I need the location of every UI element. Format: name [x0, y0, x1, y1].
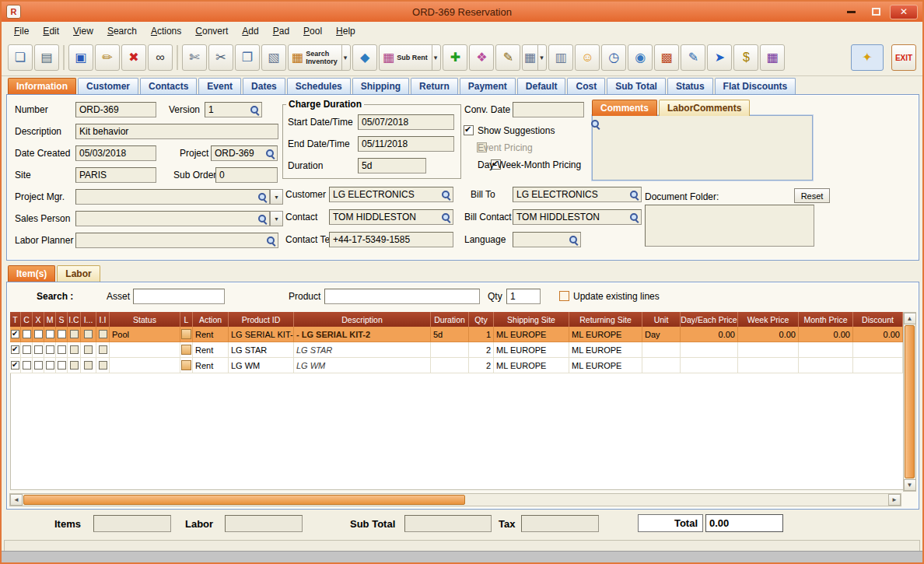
- wand-button[interactable]: ✦: [851, 44, 884, 71]
- show-suggestions-checkbox[interactable]: [464, 125, 474, 135]
- tab-comments[interactable]: Comments: [592, 100, 657, 116]
- version-field[interactable]: 1: [205, 102, 262, 117]
- report-button[interactable]: ▥: [548, 44, 573, 71]
- menu-item-pool[interactable]: Pool: [297, 24, 328, 38]
- column-header-unit[interactable]: Unit: [642, 312, 681, 327]
- paste-button[interactable]: ▧: [261, 44, 286, 71]
- smiley-button[interactable]: ☺: [575, 44, 600, 71]
- disc-button[interactable]: ◉: [628, 44, 653, 71]
- tab-customer[interactable]: Customer: [78, 78, 138, 94]
- menu-item-edit[interactable]: Edit: [37, 24, 65, 38]
- contact-tel-field[interactable]: +44-17-5349-1585: [329, 232, 453, 247]
- find-button[interactable]: ∞: [148, 44, 173, 71]
- sub-orders-field[interactable]: 0: [215, 167, 278, 183]
- blocks-button[interactable]: ▦: [760, 44, 785, 71]
- menu-item-help[interactable]: Help: [330, 24, 362, 38]
- tab-status[interactable]: Status: [667, 78, 713, 94]
- tab-schedules[interactable]: Schedules: [287, 78, 351, 94]
- chevron-down-icon[interactable]: ▾: [432, 45, 439, 70]
- update-existing-lines-checkbox[interactable]: [559, 291, 569, 301]
- sales-person-dropdown[interactable]: ▼: [270, 211, 283, 226]
- tab-laborcomments[interactable]: LaborComments: [659, 100, 750, 116]
- flag-checkbox[interactable]: [58, 330, 66, 338]
- reset-button[interactable]: Reset: [794, 188, 830, 203]
- column-header-ic[interactable]: I.C: [68, 312, 81, 327]
- flag-checkbox[interactable]: [34, 330, 43, 338]
- qty-input[interactable]: 1: [506, 289, 541, 304]
- bill-contact-field[interactable]: TOM HIDDLESTON: [513, 209, 642, 225]
- column-header-x[interactable]: X: [33, 312, 44, 327]
- sales-person-lookup-icon[interactable]: [257, 214, 268, 224]
- language-field[interactable]: [513, 232, 581, 247]
- delete-button[interactable]: ✖: [121, 44, 146, 71]
- flag-checkbox[interactable]: [46, 345, 54, 354]
- duration-field[interactable]: 5d: [358, 158, 426, 173]
- search-inventory-button[interactable]: ▦Search Inventory▾: [288, 44, 351, 71]
- horizontal-scroll-thumb[interactable]: [23, 495, 465, 505]
- project-mgr-dropdown[interactable]: ▼: [270, 189, 283, 205]
- tab-flat-discounts[interactable]: Flat Discounts: [715, 78, 796, 94]
- contact-lookup-icon[interactable]: [441, 212, 451, 222]
- column-header-discount[interactable]: Discount: [853, 312, 903, 327]
- menu-item-file[interactable]: File: [8, 24, 35, 38]
- project-mgr-lookup-icon[interactable]: [257, 192, 268, 202]
- tab-default[interactable]: Default: [517, 78, 566, 94]
- line-detail-button[interactable]: [181, 329, 191, 339]
- labor-planner-field[interactable]: [75, 233, 278, 248]
- sales-person-field[interactable]: [75, 211, 270, 226]
- edit-button[interactable]: ✏: [95, 44, 120, 71]
- flag-checkbox[interactable]: [84, 345, 93, 354]
- calendar-button[interactable]: ▦▾: [522, 44, 547, 71]
- end-date-field[interactable]: 05/11/2018: [358, 136, 454, 152]
- maximize-button[interactable]: [865, 5, 887, 19]
- description-field[interactable]: Kit behavior: [75, 124, 278, 139]
- flag-checkbox[interactable]: [58, 361, 66, 370]
- menu-item-actions[interactable]: Actions: [145, 24, 187, 38]
- table-row[interactable]: RentLG STARLG STAR2ML EUROPEML EUROPE: [10, 342, 904, 358]
- table-row[interactable]: PoolRentLG SERIAL KIT-2- LG SERIAL KIT-2…: [10, 327, 904, 342]
- scroll-up-button[interactable]: ▲: [904, 313, 916, 324]
- tab-item-s[interactable]: Item(s): [8, 265, 55, 282]
- customer-field[interactable]: LG ELECTRONICS: [329, 187, 453, 202]
- bill-contact-lookup-icon[interactable]: [629, 212, 639, 222]
- save-button[interactable]: ▣: [68, 44, 93, 71]
- column-header-status[interactable]: Status: [110, 312, 180, 327]
- version-lookup-icon[interactable]: [250, 105, 260, 115]
- row-select-checkbox[interactable]: [11, 330, 19, 338]
- tab-cost[interactable]: Cost: [567, 78, 605, 94]
- tab-labor[interactable]: Labor: [57, 265, 100, 282]
- money-button[interactable]: $: [733, 44, 758, 71]
- flag-checkbox[interactable]: [34, 345, 43, 354]
- cube-button[interactable]: ▩: [654, 44, 679, 71]
- scroll-right-button[interactable]: ►: [888, 494, 901, 506]
- contact-field[interactable]: TOM HIDDLESTON: [329, 209, 453, 225]
- column-header-action[interactable]: Action: [193, 312, 229, 327]
- flag-checkbox[interactable]: [46, 361, 54, 370]
- column-header-s[interactable]: S: [56, 312, 68, 327]
- flag-checkbox[interactable]: [46, 330, 54, 338]
- tab-information[interactable]: Information: [8, 78, 76, 94]
- exit-button[interactable]: EXIT: [891, 44, 916, 71]
- bill-to-field[interactable]: LG ELECTRONICS: [513, 187, 642, 202]
- flag-checkbox[interactable]: [70, 330, 79, 338]
- project-lookup-icon[interactable]: [265, 149, 275, 159]
- comments-box[interactable]: [592, 115, 813, 180]
- cut-document-button[interactable]: ✄: [182, 44, 207, 71]
- language-lookup-icon[interactable]: [569, 235, 579, 245]
- column-header-month_price[interactable]: Month Price: [799, 312, 853, 327]
- row-select-checkbox[interactable]: [11, 361, 19, 370]
- chevron-down-icon[interactable]: ▾: [537, 45, 545, 70]
- flag-checkbox[interactable]: [34, 361, 43, 370]
- column-header-ii[interactable]: I.I: [96, 312, 110, 327]
- column-header-duration[interactable]: Duration: [431, 312, 469, 327]
- minimize-button[interactable]: [840, 5, 862, 19]
- tab-contacts[interactable]: Contacts: [140, 78, 197, 94]
- column-header-description[interactable]: Description: [294, 312, 431, 327]
- vertical-scrollbar[interactable]: ▲ ▼: [903, 312, 916, 492]
- flag-checkbox[interactable]: [23, 330, 31, 338]
- column-header-week_price[interactable]: Week Price: [738, 312, 799, 327]
- flag-checkbox[interactable]: [84, 361, 93, 370]
- menu-item-convert[interactable]: Convert: [189, 24, 234, 38]
- close-button[interactable]: ✕: [890, 5, 918, 19]
- tab-payment[interactable]: Payment: [460, 78, 516, 94]
